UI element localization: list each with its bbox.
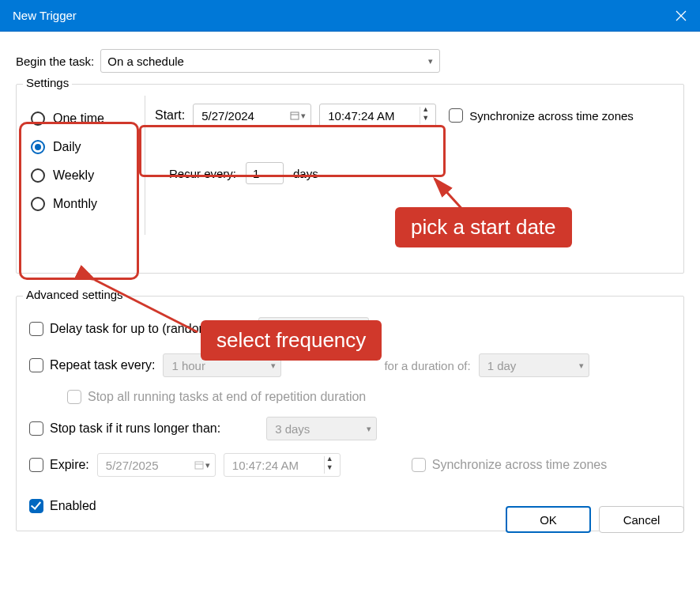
duration-select[interactable]: 1 day ▾: [479, 353, 589, 377]
expire-checkbox[interactable]: Expire:: [29, 458, 89, 472]
spinner-down-icon[interactable]: ▼: [420, 115, 431, 124]
stop-if-longer-select[interactable]: 3 days ▾: [266, 417, 377, 440]
recur-row: Recur every: 1 days: [155, 162, 669, 184]
delay-row: Delay task for up to (random delay): 1 h…: [29, 317, 671, 341]
svg-rect-2: [291, 112, 299, 119]
checkbox-box: [449, 108, 463, 123]
duration-label: for a duration of:: [384, 359, 470, 372]
radio-one-time[interactable]: One time: [31, 111, 138, 126]
repeat-interval-select[interactable]: 1 hour ▾: [163, 353, 281, 377]
start-label: Start:: [155, 108, 185, 123]
delay-label: Delay task for up to (random delay):: [50, 322, 250, 336]
recur-interval-input[interactable]: 1: [246, 162, 284, 184]
stop-all-checkbox: Stop all running tasks at end of repetit…: [67, 390, 366, 404]
radio-weekly[interactable]: Weekly: [31, 168, 138, 183]
expire-time-value: 10:47:24 AM: [232, 459, 299, 472]
expire-label: Expire:: [50, 458, 89, 472]
button-label: OK: [540, 513, 557, 527]
chevron-down-icon: ▾: [367, 424, 371, 434]
sync-timezones-checkbox[interactable]: Synchronize across time zones: [449, 108, 634, 123]
advanced-legend: Advanced settings: [23, 288, 126, 301]
start-row: Start: 5/27/2024 ▾ 10:47:24 AM ▲ ▼: [155, 104, 669, 127]
close-icon: [676, 10, 687, 21]
expire-time-input[interactable]: 10:47:24 AM ▲ ▼: [224, 453, 341, 477]
begin-task-selected: On a schedule: [107, 55, 184, 68]
ok-button[interactable]: OK: [506, 506, 591, 533]
start-date-input[interactable]: 5/27/2024 ▾: [193, 104, 311, 127]
expire-date-value: 5/27/2025: [106, 459, 159, 472]
enabled-checkbox[interactable]: Enabled: [29, 499, 96, 513]
checkbox-box: [29, 499, 43, 513]
stop-if-longer-checkbox[interactable]: Stop task if it runs longer than:: [29, 421, 220, 436]
delay-value: 1 hour: [267, 323, 301, 336]
schedule-column: Start: 5/27/2024 ▾ 10:47:24 AM ▲ ▼: [152, 96, 674, 235]
checkbox-box: [67, 390, 81, 404]
vertical-divider: [145, 96, 145, 235]
settings-fieldset: Settings One time Daily Weekly Monthly: [16, 84, 684, 274]
enabled-label: Enabled: [50, 499, 96, 513]
radio-icon: [31, 140, 45, 154]
chevron-down-icon: ▾: [428, 56, 433, 66]
chevron-down-icon: ▾: [271, 361, 276, 371]
stop-all-row: Stop all running tasks at end of repetit…: [29, 390, 671, 404]
start-date-value: 5/27/2024: [201, 109, 254, 123]
radio-icon: [31, 168, 45, 183]
time-spinner[interactable]: ▲ ▼: [324, 456, 335, 474]
time-spinner[interactable]: ▲ ▼: [420, 107, 431, 124]
sync-timezones-label: Synchronize across time zones: [469, 109, 634, 123]
settings-legend: Settings: [23, 76, 72, 89]
svg-rect-4: [195, 462, 203, 469]
recur-unit: days: [293, 167, 318, 180]
expire-sync-label: Synchronize across time zones: [432, 458, 607, 472]
stop-all-label: Stop all running tasks at end of repetit…: [88, 390, 366, 404]
checkbox-box: [29, 458, 43, 472]
recur-value: 1: [253, 167, 259, 180]
radio-label: Daily: [53, 140, 81, 154]
radio-label: One time: [53, 111, 104, 126]
advanced-fieldset: Advanced settings Delay task for up to (…: [16, 296, 684, 531]
dialog-buttons: OK Cancel: [506, 506, 684, 533]
repeat-value: 1 hour: [171, 359, 205, 372]
checkbox-box: [29, 421, 43, 436]
chevron-down-icon: ▾: [359, 324, 363, 334]
checkbox-box: [29, 358, 43, 372]
button-label: Cancel: [623, 513, 660, 527]
delay-checkbox[interactable]: Delay task for up to (random delay):: [29, 322, 250, 336]
repeat-row: Repeat task every: 1 hour ▾ for a durati…: [29, 353, 671, 377]
repeat-checkbox[interactable]: Repeat task every:: [29, 358, 155, 372]
titlebar: New Trigger: [0, 0, 700, 32]
expire-date-input[interactable]: 5/27/2025 ▾: [97, 453, 216, 477]
recur-label: Recur every:: [169, 167, 236, 180]
repeat-label: Repeat task every:: [50, 358, 155, 372]
chevron-down-icon: ▾: [579, 361, 584, 371]
close-button[interactable]: [662, 0, 700, 32]
checkbox-box: [29, 322, 43, 336]
frequency-column: One time Daily Weekly Monthly: [26, 96, 145, 235]
radio-monthly[interactable]: Monthly: [31, 197, 138, 211]
radio-label: Weekly: [53, 168, 94, 183]
spinner-down-icon[interactable]: ▼: [324, 465, 335, 474]
stop-if-longer-row: Stop task if it runs longer than: 3 days…: [29, 417, 671, 440]
start-time-value: 10:47:24 AM: [328, 109, 394, 123]
radio-icon: [31, 111, 45, 126]
start-time-input[interactable]: 10:47:24 AM ▲ ▼: [319, 104, 436, 127]
radio-daily[interactable]: Daily: [31, 140, 138, 154]
radio-label: Monthly: [53, 197, 97, 211]
duration-value: 1 day: [487, 359, 517, 372]
cancel-button[interactable]: Cancel: [599, 506, 684, 533]
stop-if-longer-value: 3 days: [275, 422, 310, 436]
delay-select[interactable]: 1 hour ▾: [258, 317, 369, 341]
calendar-dropdown-icon: ▾: [290, 111, 306, 121]
expire-row: Expire: 5/27/2025 ▾ 10:47:24 AM ▲ ▼ Sync…: [29, 453, 671, 477]
checkbox-box: [412, 458, 426, 472]
stop-if-longer-label: Stop task if it runs longer than:: [50, 421, 220, 436]
begin-task-label: Begin the task:: [16, 55, 94, 68]
begin-task-select[interactable]: On a schedule ▾: [100, 49, 440, 73]
expire-sync-checkbox: Synchronize across time zones: [412, 458, 607, 472]
begin-task-row: Begin the task: On a schedule ▾: [16, 49, 684, 73]
calendar-dropdown-icon: ▾: [194, 460, 210, 470]
window-title: New Trigger: [13, 9, 77, 22]
radio-icon: [31, 197, 45, 211]
